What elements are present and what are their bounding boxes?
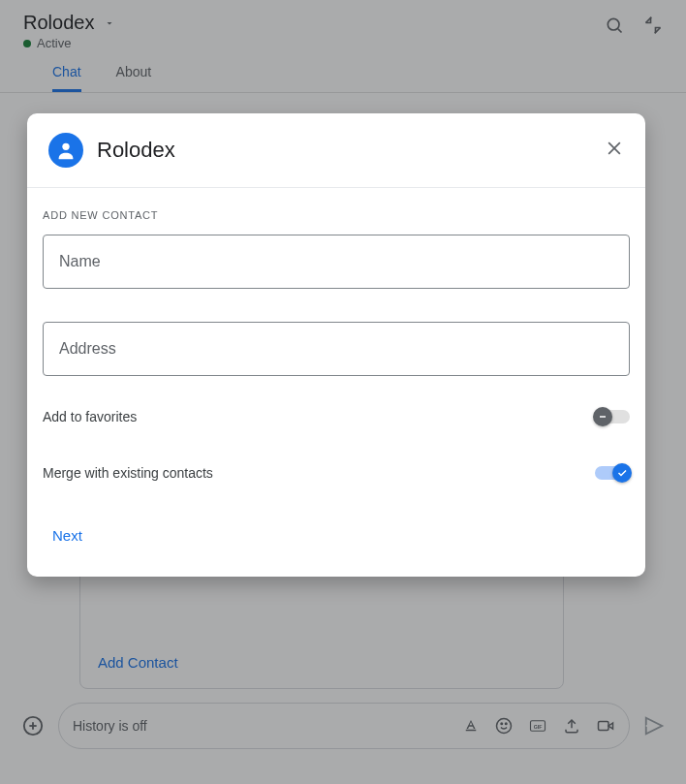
dialog-title: Rolodex bbox=[97, 138, 605, 163]
name-field[interactable] bbox=[43, 235, 630, 289]
person-icon bbox=[48, 133, 83, 168]
check-icon bbox=[612, 463, 632, 483]
add-contact-dialog: Rolodex ADD NEW CONTACT Add to favorites… bbox=[27, 113, 645, 577]
favorites-toggle-label: Add to favorites bbox=[43, 409, 137, 424]
merge-toggle[interactable] bbox=[595, 466, 630, 480]
merge-toggle-label: Merge with existing contacts bbox=[43, 465, 213, 481]
favorites-toggle-row: Add to favorites bbox=[43, 409, 630, 424]
dialog-header: Rolodex bbox=[27, 113, 645, 188]
close-icon[interactable] bbox=[605, 139, 624, 162]
address-field[interactable] bbox=[43, 322, 630, 376]
section-label: ADD NEW CONTACT bbox=[43, 209, 630, 221]
next-button[interactable]: Next bbox=[43, 521, 92, 549]
favorites-toggle[interactable] bbox=[595, 410, 630, 423]
svg-point-11 bbox=[62, 143, 69, 150]
dialog-body: ADD NEW CONTACT Add to favorites Merge w… bbox=[27, 188, 645, 577]
merge-toggle-row: Merge with existing contacts bbox=[43, 465, 630, 481]
minus-icon bbox=[593, 407, 612, 426]
